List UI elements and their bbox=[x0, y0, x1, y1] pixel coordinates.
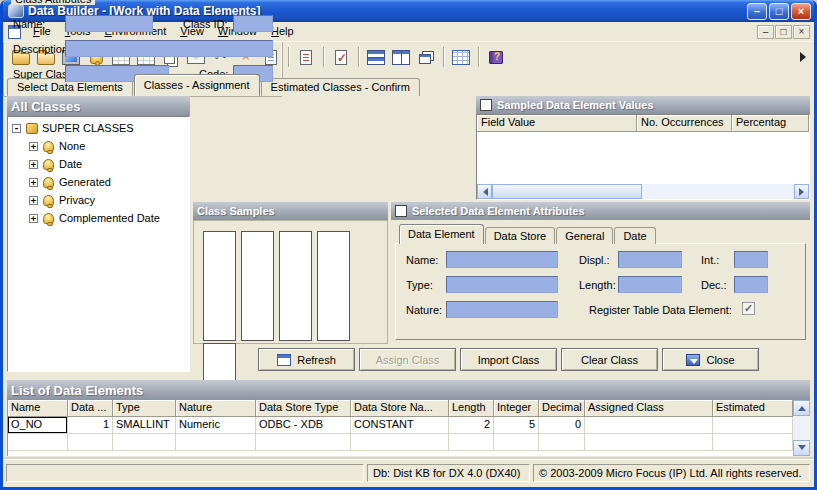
table-cell[interactable]: CONSTANT bbox=[351, 417, 449, 434]
tree-item[interactable]: + Privacy bbox=[8, 191, 189, 209]
table-cell[interactable]: 5 bbox=[494, 417, 539, 434]
description-input[interactable] bbox=[65, 40, 273, 57]
maximize-button[interactable]: □ bbox=[769, 3, 789, 20]
column-header[interactable]: No. Occurrences bbox=[637, 115, 732, 132]
class-sample-list[interactable] bbox=[317, 231, 350, 341]
grid-column-header[interactable]: Data Store Type bbox=[256, 400, 351, 417]
tree-item[interactable]: + None bbox=[8, 137, 189, 155]
table-cell[interactable] bbox=[494, 434, 539, 451]
table-cell[interactable]: 0 bbox=[539, 417, 585, 434]
nature-input[interactable] bbox=[446, 301, 558, 318]
tile-horizontal-icon[interactable] bbox=[364, 45, 388, 69]
scroll-left-button[interactable] bbox=[477, 184, 492, 199]
class-sample-list[interactable] bbox=[203, 231, 236, 341]
register-checkbox[interactable]: ✓ bbox=[742, 302, 755, 315]
tile-vertical-icon[interactable] bbox=[389, 45, 413, 69]
table-cell[interactable] bbox=[176, 434, 256, 451]
displ-input[interactable] bbox=[618, 251, 682, 268]
grid-column-header[interactable]: Nature bbox=[176, 400, 256, 417]
notes-icon[interactable] bbox=[294, 45, 318, 69]
grid-column-header[interactable]: Decimal bbox=[539, 400, 585, 417]
tree-item[interactable]: + Complemented Date bbox=[8, 209, 189, 227]
mdi-close-button[interactable]: × bbox=[793, 25, 810, 39]
refresh-button[interactable]: Refresh bbox=[258, 348, 355, 371]
close-button[interactable]: × bbox=[791, 3, 811, 20]
sampled-values-body[interactable] bbox=[477, 132, 809, 184]
assign-class-button[interactable]: Assign Class bbox=[359, 348, 456, 371]
grid-column-header[interactable]: Length bbox=[449, 400, 494, 417]
tree-item[interactable]: + Date bbox=[8, 155, 189, 173]
expand-icon[interactable]: + bbox=[29, 214, 38, 223]
grid-icon[interactable] bbox=[449, 45, 473, 69]
table-cell[interactable] bbox=[68, 434, 113, 451]
grid-column-header[interactable]: Integer bbox=[494, 400, 539, 417]
table-cell[interactable] bbox=[351, 434, 449, 451]
table-cell[interactable]: O_NO bbox=[8, 417, 68, 434]
selected-attributes-checkbox[interactable] bbox=[395, 205, 407, 217]
table-cell[interactable] bbox=[585, 417, 713, 434]
table-cell[interactable] bbox=[113, 434, 176, 451]
table-cell[interactable]: Numeric bbox=[176, 417, 256, 434]
int-input[interactable] bbox=[734, 251, 768, 268]
table-cell[interactable]: ODBC - XDB bbox=[256, 417, 351, 434]
scroll-right-button[interactable] bbox=[794, 184, 809, 199]
table-row[interactable] bbox=[8, 434, 793, 451]
tree-item-label: Privacy bbox=[59, 194, 95, 206]
dec-input[interactable] bbox=[734, 276, 768, 293]
expand-icon[interactable]: + bbox=[29, 178, 38, 187]
close-panel-button[interactable]: Close bbox=[662, 348, 759, 371]
tab-date[interactable]: Date bbox=[614, 227, 655, 244]
element-name-input[interactable] bbox=[446, 251, 558, 268]
import-class-button[interactable]: Import Class bbox=[460, 348, 557, 371]
clear-class-button[interactable]: Clear Class bbox=[561, 348, 658, 371]
grid-column-header[interactable]: Estimated bbox=[713, 400, 793, 417]
table-cell[interactable] bbox=[585, 434, 713, 451]
class-sample-list[interactable] bbox=[279, 231, 312, 341]
tab-data-element[interactable]: Data Element bbox=[399, 224, 484, 244]
grid-column-header[interactable]: Data Store Na... bbox=[351, 400, 449, 417]
grid-column-header[interactable]: Assigned Class bbox=[585, 400, 713, 417]
expand-icon[interactable]: + bbox=[29, 160, 38, 169]
tab-data-store[interactable]: Data Store bbox=[485, 227, 556, 244]
grid-column-header[interactable]: Data ... bbox=[68, 400, 113, 417]
scrollbar-track[interactable] bbox=[642, 184, 794, 199]
table-cell[interactable] bbox=[713, 434, 793, 451]
toolbar-overflow-icon[interactable] bbox=[800, 52, 806, 62]
scrollbar-thumb[interactable] bbox=[492, 184, 642, 199]
mdi-minimize-button[interactable]: – bbox=[757, 25, 774, 39]
table-cell[interactable] bbox=[8, 434, 68, 451]
tree-item[interactable]: + Generated bbox=[8, 173, 189, 191]
minimize-button[interactable]: – bbox=[747, 3, 767, 20]
class-sample-list[interactable] bbox=[241, 231, 274, 341]
column-header[interactable]: Percentag bbox=[732, 115, 809, 132]
help-book-icon[interactable] bbox=[484, 45, 508, 69]
table-cell[interactable] bbox=[539, 434, 585, 451]
class-id-input[interactable] bbox=[233, 15, 273, 32]
expand-icon[interactable]: + bbox=[29, 196, 38, 205]
scroll-down-button[interactable] bbox=[793, 440, 810, 456]
scroll-up-button[interactable] bbox=[793, 400, 810, 416]
tab-classes-assignment[interactable]: Classes - Assignment bbox=[134, 74, 260, 96]
column-header[interactable]: Field Value bbox=[477, 115, 637, 132]
table-cell[interactable] bbox=[256, 434, 351, 451]
collapse-icon[interactable]: - bbox=[12, 124, 21, 133]
tab-general[interactable]: General bbox=[556, 227, 613, 244]
checklist-icon[interactable] bbox=[329, 45, 353, 69]
grid-column-header[interactable]: Type bbox=[113, 400, 176, 417]
expand-icon[interactable]: + bbox=[29, 142, 38, 151]
cascade-icon[interactable] bbox=[414, 45, 438, 69]
table-cell[interactable]: 1 bbox=[68, 417, 113, 434]
mdi-restore-button[interactable]: □ bbox=[775, 25, 792, 39]
type-input[interactable] bbox=[446, 276, 558, 293]
table-cell[interactable]: SMALLINT bbox=[113, 417, 176, 434]
tab-estimated-classes-confirm[interactable]: Estimated Classes - Confirm bbox=[261, 78, 420, 96]
table-cell[interactable] bbox=[713, 417, 793, 434]
grid-column-header[interactable]: Name bbox=[8, 400, 68, 417]
name-input[interactable] bbox=[65, 15, 153, 32]
tree-root[interactable]: - SUPER CLASSES bbox=[8, 119, 189, 137]
table-row[interactable]: O_NO1SMALLINTNumericODBC - XDBCONSTANT25… bbox=[8, 417, 793, 434]
length-input[interactable] bbox=[618, 276, 682, 293]
table-cell[interactable]: 2 bbox=[449, 417, 494, 434]
sampled-values-checkbox[interactable] bbox=[480, 99, 492, 111]
table-cell[interactable] bbox=[449, 434, 494, 451]
